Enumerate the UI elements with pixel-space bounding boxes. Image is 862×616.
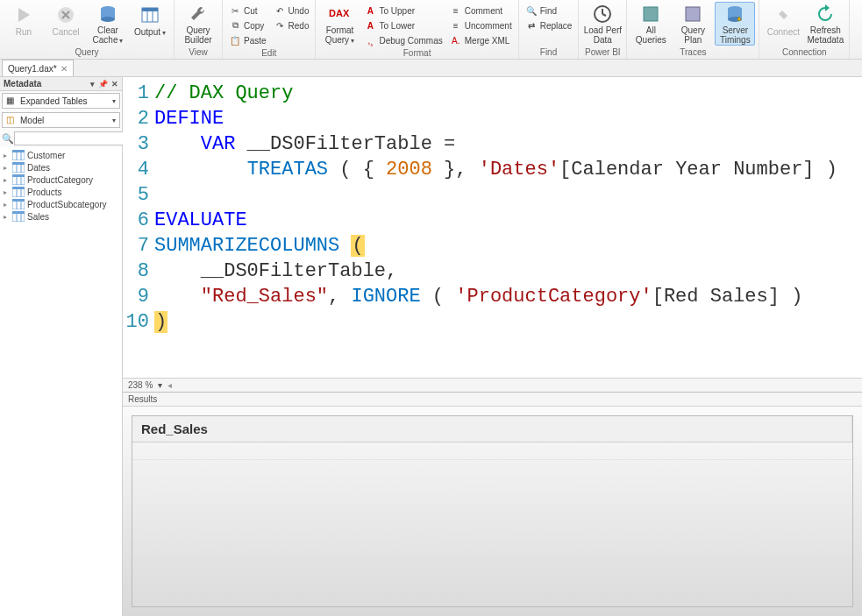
results-panel: Red_Sales <box>123 406 862 616</box>
expanded-tables-dropdown[interactable]: ▦Expanded Tables ▾ <box>2 93 120 109</box>
paste-icon: 📋 <box>229 34 241 46</box>
output-button[interactable]: Output▾ <box>130 2 170 46</box>
line-number: 2 <box>123 106 154 131</box>
ribbon: Run Cancel Clear Cache▾ Output▾ Query Qu… <box>0 0 862 60</box>
panel-dropdown-icon[interactable]: ▾ <box>90 80 95 89</box>
redo-button[interactable]: ↷Redo <box>271 18 312 32</box>
metadata-panel: Metadata ▾ 📌 ✕ ▦Expanded Tables ▾ ◫Model… <box>0 77 123 616</box>
table-icon <box>12 199 25 209</box>
chevron-down-icon: ▾ <box>112 97 116 105</box>
all-queries-button[interactable]: All Queries <box>630 2 671 46</box>
comment-button[interactable]: ≡Comment <box>447 4 515 18</box>
database-icon <box>97 4 118 24</box>
debug-commas-button[interactable]: ,¸Debug Commas <box>361 33 445 47</box>
table-name: ProductCategory <box>27 175 93 185</box>
metadata-table-item[interactable]: ▸Products <box>0 186 122 198</box>
format-query-button[interactable]: DAX Format Query▾ <box>319 2 360 46</box>
query-builder-button[interactable]: Query Builder <box>178 2 218 46</box>
metadata-table-item[interactable]: ▸ProductSubcategory <box>0 198 122 210</box>
code-line[interactable]: 6EVALUATE <box>123 208 862 233</box>
query-plan-button[interactable]: Query Plan <box>673 2 713 46</box>
find-button[interactable]: 🔍Find <box>523 4 575 18</box>
paste-button[interactable]: 📋Paste <box>226 33 269 47</box>
cancel-button[interactable]: Cancel <box>46 2 86 46</box>
close-icon[interactable]: ✕ <box>61 64 68 74</box>
search-icon: 🔍 <box>2 133 14 145</box>
panel-close-icon[interactable]: ✕ <box>111 80 118 89</box>
metadata-search-input[interactable] <box>14 131 131 145</box>
svg-rect-26 <box>12 162 25 165</box>
ribbon-group-edit: ✂Cut ⧉Copy 📋Paste ↶Undo ↷Redo Edit <box>223 0 316 59</box>
code-line[interactable]: 9 "Red_Sales", IGNORE ( 'ProductCategory… <box>123 284 862 309</box>
code-line[interactable]: 10) <box>123 309 862 335</box>
line-number: 7 <box>123 233 154 258</box>
metadata-table-item[interactable]: ▸Customer <box>0 149 122 161</box>
uncomment-button[interactable]: ≡Uncomment <box>447 18 515 32</box>
code-line[interactable]: 7SUMMARIZECOLUMNS ( <box>123 233 862 258</box>
zoom-level[interactable]: 238 % <box>128 380 153 390</box>
connect-button[interactable]: Connect <box>763 2 803 46</box>
server-timings-button[interactable]: Server Timings <box>715 2 755 46</box>
group-label-powerbi: Power BI <box>582 46 623 59</box>
comma-icon: ,¸ <box>364 34 376 46</box>
tables-icon: ▦ <box>6 96 17 106</box>
document-tab[interactable]: Query1.dax* ✕ <box>2 60 74 76</box>
main-area: Metadata ▾ 📌 ✕ ▦Expanded Tables ▾ ◫Model… <box>0 77 862 616</box>
expand-icon[interactable]: ▸ <box>4 188 12 196</box>
replace-button[interactable]: ⇄Replace <box>523 18 575 32</box>
expand-icon[interactable]: ▸ <box>4 164 12 172</box>
svg-point-6 <box>101 17 115 22</box>
table-icon <box>139 4 160 25</box>
table-icon <box>12 174 25 185</box>
undo-button[interactable]: ↶Undo <box>271 4 312 18</box>
svg-rect-30 <box>12 174 25 177</box>
comment-icon: ≡ <box>450 4 462 17</box>
code-line[interactable]: 4 TREATAS ( { 2008 }, 'Dates'[Calendar Y… <box>123 157 862 182</box>
code-line[interactable]: 2DEFINE <box>123 106 862 131</box>
expand-icon[interactable]: ▸ <box>4 201 12 209</box>
model-dropdown[interactable]: ◫Model ▾ <box>2 112 120 128</box>
copy-button[interactable]: ⧉Copy <box>226 18 269 32</box>
cut-button[interactable]: ✂Cut <box>226 4 269 18</box>
merge-xml-button[interactable]: A.Merge XML <box>447 33 515 47</box>
refresh-metadata-button[interactable]: Refresh Metadata <box>805 2 845 46</box>
replace-icon: ⇄ <box>525 19 538 32</box>
expand-icon[interactable]: ▸ <box>4 213 12 221</box>
line-number: 4 <box>123 157 154 182</box>
expand-icon[interactable]: ▸ <box>4 176 12 184</box>
table-icon <box>12 187 25 197</box>
to-upper-button[interactable]: ATo Upper <box>361 4 445 18</box>
metadata-tree[interactable]: ▸Customer▸Dates▸ProductCategory▸Products… <box>0 147 122 616</box>
results-column-header[interactable]: Red_Sales <box>132 416 852 442</box>
expand-icon[interactable]: ▸ <box>4 152 12 159</box>
zoom-dropdown-icon[interactable]: ▾ <box>158 380 162 390</box>
scissors-icon: ✂ <box>229 4 241 17</box>
group-label-connection: Connection <box>763 46 845 59</box>
line-number: 3 <box>123 131 154 157</box>
code-editor[interactable]: 1// DAX Query2DEFINE3 VAR __DS0FilterTab… <box>123 77 862 378</box>
run-button[interactable]: Run <box>4 2 44 46</box>
code-line[interactable]: 5 <box>123 182 862 208</box>
code-line[interactable]: 3 VAR __DS0FilterTable = <box>123 131 862 157</box>
redo-icon: ↷ <box>274 19 286 32</box>
clock-icon <box>592 4 613 24</box>
dax-icon: DAX <box>329 4 350 24</box>
results-grid[interactable]: Red_Sales <box>132 415 853 607</box>
metadata-table-item[interactable]: ▸Dates <box>0 161 122 173</box>
clear-cache-button[interactable]: Clear Cache▾ <box>88 2 128 46</box>
load-perf-data-button[interactable]: Load Perf Data <box>582 2 623 46</box>
panel-pin-icon[interactable]: 📌 <box>98 80 108 89</box>
letter-icon: A <box>364 19 376 32</box>
metadata-table-item[interactable]: ▸Sales <box>0 210 122 223</box>
wrench-icon <box>188 4 209 24</box>
to-lower-button[interactable]: ATo Lower <box>361 18 445 32</box>
code-line[interactable]: 8 __DS0FilterTable, <box>123 258 862 284</box>
svg-line-14 <box>602 14 606 16</box>
metadata-table-item[interactable]: ▸ProductCategory <box>0 173 122 186</box>
line-number: 6 <box>123 208 154 233</box>
code-line[interactable]: 1// DAX Query <box>123 81 862 106</box>
table-icon <box>12 162 25 173</box>
ribbon-group-connection: Connect Refresh Metadata Connection <box>759 0 850 59</box>
plan-icon <box>682 4 703 24</box>
ribbon-group-format: DAX Format Query▾ ATo Upper ATo Lower ,¸… <box>316 0 518 59</box>
